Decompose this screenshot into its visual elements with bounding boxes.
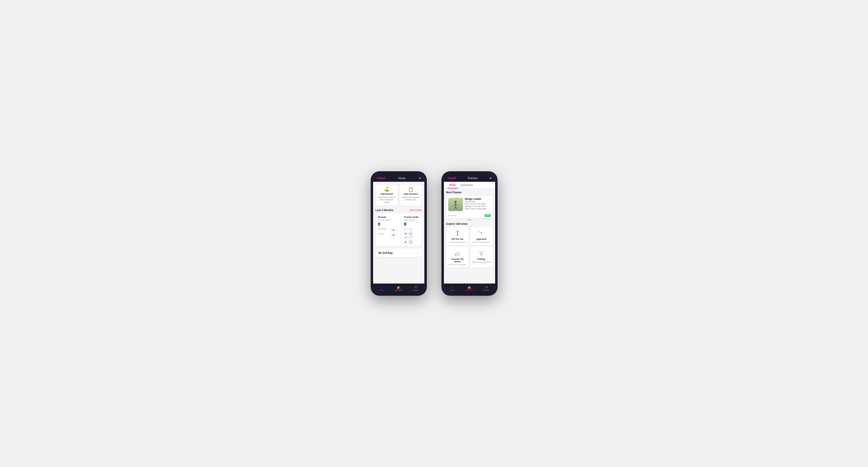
putting-desc: Make and lag practice xyxy=(472,261,490,263)
around-the-green-icon-area xyxy=(453,249,462,257)
svg-line-10 xyxy=(458,234,459,236)
nav-home[interactable]: ⌂ Home xyxy=(373,284,390,293)
rounds-big-number: 0 xyxy=(378,222,397,227)
svg-line-2 xyxy=(454,204,456,206)
drills-big-number: 8 xyxy=(404,222,420,227)
phone1-content: ⛳ Add Round Record your shots in fast or… xyxy=(373,182,424,283)
tab-favourites[interactable]: Favourites xyxy=(458,182,475,188)
putting-icon-area xyxy=(476,249,486,257)
home2-icon: ⌂ xyxy=(451,285,453,289)
practice-value: 0 xyxy=(390,233,397,237)
off-the-tee-name: Off The Tee xyxy=(452,238,463,240)
phone-2: clippd Practice ≡ Drills Favourites Most… xyxy=(441,171,498,296)
svg-point-6 xyxy=(457,230,458,232)
arg-label: ARG xyxy=(404,237,408,239)
practice-content: Most Popular xyxy=(444,189,495,283)
putt-label: PUTT xyxy=(409,237,414,239)
add-practice-title: Add Practice xyxy=(404,192,418,195)
svg-point-13 xyxy=(481,232,482,234)
star-icon[interactable]: ☆ xyxy=(489,198,491,200)
phone1-header: clippd Home ≡ xyxy=(373,174,424,182)
stats-divider xyxy=(400,216,401,244)
app-group: APP 4 xyxy=(409,228,412,236)
home2-label: Home xyxy=(450,289,455,291)
nav-capture[interactable]: ⊕ Capture xyxy=(407,284,424,293)
tournament-label: Tournament xyxy=(378,228,389,232)
rounds-capture-label: Rounds Capture xyxy=(378,219,397,221)
svg-point-17 xyxy=(457,252,458,253)
phone2-title: Practice xyxy=(468,177,477,180)
tab-drills[interactable]: Drills xyxy=(447,182,458,188)
add-practice-card[interactable]: 📋 Add Practice Capture your practice off… xyxy=(400,185,422,206)
drill-info: Wedge Ladder ☆ 50–100 yds Play 1 shot at… xyxy=(465,198,491,211)
phone2-menu-icon[interactable]: ≡ xyxy=(490,177,492,180)
drill-card-wedge-ladder[interactable]: Wedge Ladder ☆ 50–100 yds Play 1 shot at… xyxy=(446,196,493,218)
svg-line-9 xyxy=(457,234,458,236)
add-round-desc: Record your shots in fast or enhanced mo… xyxy=(377,196,396,203)
drill-distance: 50–100 yds xyxy=(465,200,491,203)
add-practice-desc: Capture your practice off-the-course xyxy=(402,196,420,201)
approach-desc: Dial-in to hit the green xyxy=(472,241,490,243)
home-icon: ⌂ xyxy=(380,285,382,289)
svg-line-4 xyxy=(454,207,456,209)
rounds-practice-row: Practice 0 xyxy=(378,233,397,237)
around-the-green-icon xyxy=(453,249,462,257)
activity-section-header: Last 3 Months View Activity xyxy=(376,209,422,212)
arg-group: ARG 0 xyxy=(404,237,408,244)
around-the-green-name: Around The Green xyxy=(448,258,467,263)
phone1-menu-icon[interactable]: ≡ xyxy=(419,177,421,180)
phone1-title: Home xyxy=(398,177,405,180)
add-round-icon: ⛳ xyxy=(384,187,389,191)
svg-line-5 xyxy=(456,207,457,209)
approach-icon-area xyxy=(476,229,486,237)
skill-card-around-the-green[interactable]: Around The Green Hone your short game xyxy=(446,247,469,268)
putting-name: Putting xyxy=(477,258,485,260)
skill-card-putting[interactable]: Putting Make and lag practice xyxy=(470,247,493,268)
app-label: APP xyxy=(409,228,412,230)
phone2-bottom-nav: ⌂ Home ⛺ Activities ⊕ Capture xyxy=(444,283,495,293)
skill-card-approach[interactable]: Approach Dial-in to hit the green xyxy=(470,227,493,245)
off-the-tee-desc: Power and accuracy xyxy=(449,241,466,243)
nav2-activities[interactable]: ⛺ Activities xyxy=(461,284,478,293)
add-round-card[interactable]: ⛳ Add Round Record your shots in fast or… xyxy=(376,185,398,206)
activities2-icon: ⛺ xyxy=(467,285,471,289)
drill-image xyxy=(448,198,463,211)
phone-1: clippd Home ≡ ⛳ Add Round Record your sh… xyxy=(371,171,427,296)
phone1-logo: clippd xyxy=(376,176,385,180)
capture2-icon: ⊕ xyxy=(485,285,488,289)
nav2-home[interactable]: ⌂ Home xyxy=(444,284,461,293)
tournament-value: 0 xyxy=(390,228,397,232)
dot-2 xyxy=(469,219,470,221)
ott-app-row: OTT 0 APP 4 xyxy=(404,228,420,236)
svg-point-22 xyxy=(481,254,482,255)
rounds-tournament-row: Tournament 0 xyxy=(378,228,397,232)
svg-point-24 xyxy=(482,251,484,252)
nav-activities[interactable]: ⛺ Activities xyxy=(390,284,407,293)
ott-label: OTT xyxy=(404,228,408,230)
ott-value: 0 xyxy=(404,232,407,236)
golf-bag-chevron: › xyxy=(418,251,419,254)
drill-header-row: Wedge Ladder ☆ xyxy=(465,198,491,200)
stats-columns: Rounds Rounds Capture 0 Tournament 0 Pra… xyxy=(378,216,420,244)
phone1-cards-row: ⛳ Add Round Record your shots in fast or… xyxy=(376,185,422,206)
circle-icon: ● xyxy=(448,215,450,217)
capture-label: Capture xyxy=(412,289,419,291)
nav2-capture[interactable]: ⊕ Capture xyxy=(478,284,495,293)
arg-putt-row: ARG 0 PUTT 4 xyxy=(404,237,420,244)
stats-box: Rounds Rounds Capture 0 Tournament 0 Pra… xyxy=(376,214,422,246)
activities-icon: ⛺ xyxy=(397,285,401,289)
capture2-label: Capture xyxy=(483,289,490,291)
putting-icon xyxy=(477,249,486,257)
golf-bag-row[interactable]: My Golf Bag › xyxy=(376,249,422,257)
carousel-dots xyxy=(446,219,493,221)
explore-label: Explore skill areas xyxy=(446,222,493,225)
golf-bag-label: My Golf Bag xyxy=(378,252,393,254)
off-the-tee-icon-area xyxy=(453,229,462,237)
capture-icon: ⊕ xyxy=(414,285,417,289)
view-activity-link[interactable]: View Activity xyxy=(410,209,422,211)
tabs-row: Drills Favourites xyxy=(444,182,495,189)
skill-card-off-the-tee[interactable]: Off The Tee Power and accuracy xyxy=(446,227,469,245)
dot-3 xyxy=(471,219,472,221)
drill-card-inner: Wedge Ladder ☆ 50–100 yds Play 1 shot at… xyxy=(446,196,493,213)
approach-icon xyxy=(477,229,486,237)
